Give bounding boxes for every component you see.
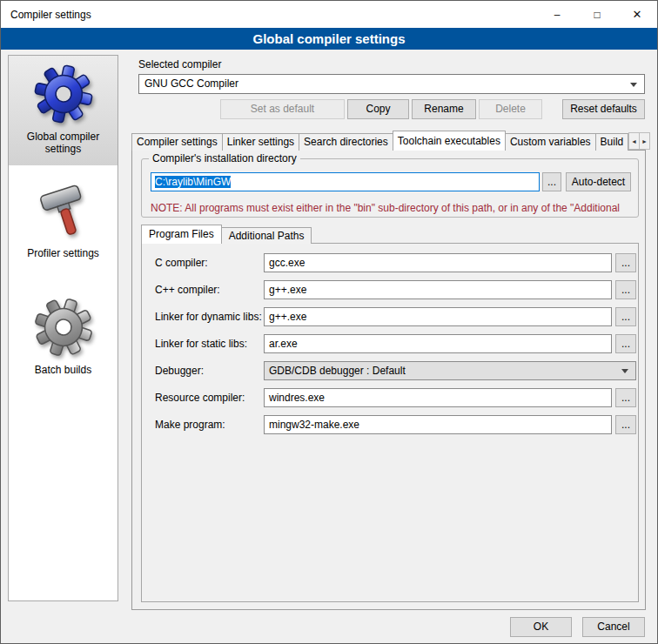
rename-button[interactable]: Rename — [412, 99, 476, 119]
minimize-button[interactable]: – — [537, 1, 577, 28]
linker-dynamic-browse-button[interactable]: ... — [615, 307, 636, 326]
debugger-label: Debugger: — [155, 361, 264, 380]
cpp-compiler-input[interactable]: g++.exe — [264, 280, 612, 299]
button-spacer — [545, 99, 562, 119]
caption-buttons: – □ ✕ — [537, 1, 657, 28]
tab-toolchain-executables[interactable]: Toolchain executables — [393, 131, 506, 151]
batch-builds-icon — [32, 296, 95, 359]
sidebar-item-label: Global compiler settings — [10, 131, 116, 155]
program-files-tab-strip: Program Files Additional Paths — [141, 225, 311, 244]
set-as-default-button[interactable]: Set as default — [220, 99, 345, 119]
chevron-down-icon — [621, 369, 628, 373]
resource-compiler-input[interactable]: windres.exe — [264, 388, 612, 407]
tab-additional-paths[interactable]: Additional Paths — [221, 227, 312, 244]
close-button[interactable]: ✕ — [617, 1, 657, 28]
dialog-header: Global compiler settings — [1, 28, 657, 50]
profiler-settings-icon — [32, 179, 95, 242]
installation-directory-row: C:\raylib\MinGW ... Auto-detect — [151, 172, 631, 191]
maximize-button[interactable]: □ — [577, 1, 617, 28]
copy-button[interactable]: Copy — [347, 99, 409, 119]
c-compiler-browse-button[interactable]: ... — [615, 253, 636, 272]
tab-search-directories[interactable]: Search directories — [299, 133, 393, 151]
cpp-compiler-label: C++ compiler: — [155, 280, 264, 299]
debugger-value: GDB/CDB debugger : Default — [269, 365, 406, 377]
resource-compiler-label: Resource compiler: — [155, 388, 264, 407]
linker-static-label: Linker for static libs: — [155, 334, 264, 353]
selected-compiler-dropdown[interactable]: GNU GCC Compiler — [138, 74, 645, 94]
cpp-compiler-row: C++ compiler: g++.exe ... — [155, 280, 638, 299]
bin-subdirectory-note: NOTE: All programs must exist either in … — [151, 202, 646, 214]
cpp-compiler-browse-button[interactable]: ... — [615, 280, 636, 299]
make-program-row: Make program: mingw32-make.exe ... — [155, 415, 638, 434]
sidebar-item-profiler-settings[interactable]: Profiler settings — [9, 172, 118, 282]
maximize-icon: □ — [594, 9, 600, 21]
resource-compiler-browse-button[interactable]: ... — [615, 388, 636, 407]
categories-sidebar: Global compiler settings Pr — [8, 55, 118, 601]
cancel-button[interactable]: Cancel — [582, 617, 645, 637]
ok-button[interactable]: OK — [510, 617, 572, 637]
linker-dynamic-label: Linker for dynamic libs: — [155, 307, 264, 326]
debugger-row: Debugger: GDB/CDB debugger : Default — [155, 361, 638, 380]
make-program-label: Make program: — [155, 415, 264, 434]
linker-dynamic-row: Linker for dynamic libs: g++.exe ... — [155, 307, 638, 326]
installation-directory-browse-button[interactable]: ... — [542, 172, 561, 191]
make-program-browse-button[interactable]: ... — [615, 415, 636, 434]
installation-directory-group-title: Compiler's installation directory — [149, 152, 300, 164]
window-title: Compiler settings — [1, 9, 91, 21]
linker-static-browse-button[interactable]: ... — [615, 334, 636, 353]
title-bar[interactable]: Compiler settings – □ ✕ — [1, 1, 657, 28]
tab-custom-variables[interactable]: Custom variables — [505, 133, 596, 151]
reset-defaults-button[interactable]: Reset defaults — [562, 99, 645, 119]
settings-tab-strip: Compiler settings Linker settings Search… — [131, 131, 629, 151]
linker-static-row: Linker for static libs: ar.exe ... — [155, 334, 638, 353]
tab-linker-settings[interactable]: Linker settings — [222, 133, 299, 151]
sidebar-item-label: Batch builds — [10, 364, 116, 376]
installation-directory-value: C:\raylib\MinGW — [155, 176, 231, 188]
sidebar-item-global-compiler-settings[interactable]: Global compiler settings — [9, 56, 118, 165]
resource-compiler-row: Resource compiler: windres.exe ... — [155, 388, 638, 407]
tab-build[interactable]: Build — [595, 133, 629, 151]
close-icon: ✕ — [633, 8, 642, 21]
c-compiler-label: C compiler: — [155, 253, 264, 272]
chevron-down-icon — [630, 83, 637, 87]
compiler-action-buttons: Set as default Copy Rename Delete Reset … — [220, 99, 645, 119]
installation-directory-input[interactable]: C:\raylib\MinGW — [151, 172, 540, 191]
toolchain-executables-panel: Compiler's installation directory C:\ray… — [131, 150, 646, 610]
c-compiler-input[interactable]: gcc.exe — [264, 253, 612, 272]
global-compiler-settings-icon — [32, 63, 95, 125]
tab-program-files[interactable]: Program Files — [141, 225, 222, 244]
debugger-dropdown[interactable]: GDB/CDB debugger : Default — [264, 361, 636, 380]
compiler-settings-window: Compiler settings – □ ✕ Global compiler … — [0, 0, 658, 644]
sidebar-item-label: Profiler settings — [10, 247, 116, 259]
c-compiler-row: C compiler: gcc.exe ... — [155, 253, 638, 272]
sidebar-item-batch-builds[interactable]: Batch builds — [9, 289, 118, 399]
delete-button[interactable]: Delete — [479, 99, 542, 119]
linker-static-input[interactable]: ar.exe — [264, 334, 612, 353]
minimize-icon: – — [554, 9, 561, 21]
program-files-panel: C compiler: gcc.exe ... C++ compiler: g+… — [141, 243, 639, 602]
selected-compiler-label: Selected compiler — [138, 58, 221, 70]
linker-dynamic-input[interactable]: g++.exe — [264, 307, 612, 326]
tab-scroll-right-button[interactable]: ► — [639, 132, 650, 150]
tab-scroll-buttons: ◄ ► — [629, 132, 650, 150]
auto-detect-button[interactable]: Auto-detect — [566, 172, 631, 191]
make-program-input[interactable]: mingw32-make.exe — [264, 415, 612, 434]
selected-compiler-value: GNU GCC Compiler — [144, 77, 238, 90]
installation-directory-groupbox: Compiler's installation directory C:\ray… — [141, 158, 639, 218]
tab-compiler-settings[interactable]: Compiler settings — [131, 133, 223, 151]
